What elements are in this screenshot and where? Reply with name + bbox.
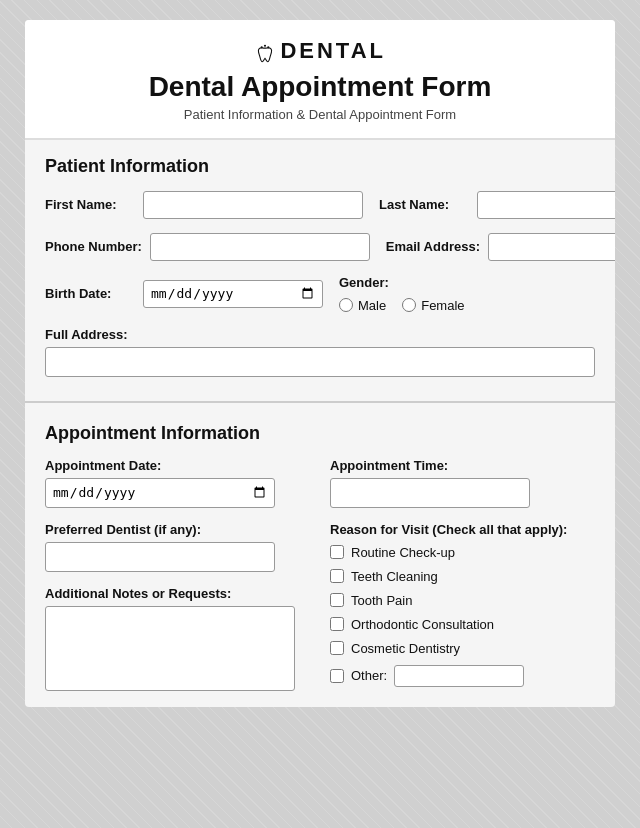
email-label: Email Address: [386, 239, 480, 254]
phone-email-row: Phone Number: Email Address: [45, 233, 595, 261]
routine-label: Routine Check-up [351, 545, 455, 560]
cosmetic-checkbox[interactable] [330, 641, 344, 655]
female-radio[interactable] [402, 298, 416, 312]
section-divider [25, 401, 615, 403]
tooth-icon [254, 43, 276, 65]
form-subtitle: Patient Information & Dental Appointment… [45, 107, 595, 122]
logo-area: DENTAL [45, 38, 595, 65]
additional-notes-row: Additional Notes or Requests: [45, 586, 310, 695]
patient-section: Patient Information First Name: Last Nam… [25, 140, 615, 397]
preferred-dentist-label: Preferred Dentist (if any): [45, 522, 310, 537]
other-checkbox[interactable] [330, 669, 344, 683]
apt-date-label: Appointment Date: [45, 458, 310, 473]
patient-section-title: Patient Information [45, 156, 595, 177]
female-label: Female [421, 298, 464, 313]
male-option[interactable]: Male [339, 298, 386, 313]
male-label: Male [358, 298, 386, 313]
birth-date-label: Birth Date: [45, 286, 135, 301]
address-row: Full Address: [45, 327, 595, 377]
apt-time-input[interactable] [330, 478, 530, 508]
other-text-input[interactable] [394, 665, 524, 687]
email-group: Email Address: [386, 233, 615, 261]
reason-checkboxes: Routine Check-up Teeth Cleaning Tooth Pa… [330, 545, 595, 687]
phone-input[interactable] [150, 233, 370, 261]
teeth-cleaning-checkbox[interactable] [330, 569, 344, 583]
appointment-section: Appointment Information Appointment Date… [25, 407, 615, 707]
svg-point-1 [264, 44, 266, 46]
additional-notes-label: Additional Notes or Requests: [45, 586, 310, 601]
last-name-group: Last Name: [379, 191, 615, 219]
reason-label: Reason for Visit (Check all that apply): [330, 522, 595, 537]
phone-label: Phone Number: [45, 239, 142, 254]
name-row: First Name: Last Name: [45, 191, 595, 219]
logo-text: DENTAL [280, 38, 386, 63]
reason-routine[interactable]: Routine Check-up [330, 545, 595, 560]
additional-notes-input[interactable] [45, 606, 295, 691]
address-label: Full Address: [45, 327, 595, 342]
address-input[interactable] [45, 347, 595, 377]
gender-label: Gender: [339, 275, 389, 290]
routine-checkbox[interactable] [330, 545, 344, 559]
reason-cosmetic[interactable]: Cosmetic Dentistry [330, 641, 595, 656]
birth-gender-row: Birth Date: Gender: Male Female [45, 275, 595, 313]
form-title: Dental Appointment Form [45, 71, 595, 103]
gender-group: Gender: Male Female [339, 275, 595, 313]
right-column: Appointment Time: Reason for Visit (Chec… [330, 458, 595, 695]
first-name-input[interactable] [143, 191, 363, 219]
orthodontic-checkbox[interactable] [330, 617, 344, 631]
apt-date-input[interactable] [45, 478, 275, 508]
reason-teeth-cleaning[interactable]: Teeth Cleaning [330, 569, 595, 584]
apt-time-label: Appointment Time: [330, 458, 595, 473]
appointment-section-title: Appointment Information [45, 423, 595, 444]
appointment-two-col: Appointment Date: Preferred Dentist (if … [45, 458, 595, 695]
first-name-group: First Name: [45, 191, 363, 219]
left-column: Appointment Date: Preferred Dentist (if … [45, 458, 310, 695]
preferred-dentist-row: Preferred Dentist (if any): [45, 522, 310, 572]
first-name-label: First Name: [45, 197, 135, 212]
form-container: DENTAL Dental Appointment Form Patient I… [25, 20, 615, 707]
tooth-pain-checkbox[interactable] [330, 593, 344, 607]
preferred-dentist-input[interactable] [45, 542, 275, 572]
birth-date-input[interactable] [143, 280, 323, 308]
gender-options: Male Female [339, 298, 465, 313]
teeth-cleaning-label: Teeth Cleaning [351, 569, 438, 584]
phone-group: Phone Number: [45, 233, 370, 261]
orthodontic-label: Orthodontic Consultation [351, 617, 494, 632]
last-name-label: Last Name: [379, 197, 469, 212]
other-label: Other: [351, 668, 387, 683]
apt-date-row: Appointment Date: [45, 458, 310, 508]
male-radio[interactable] [339, 298, 353, 312]
female-option[interactable]: Female [402, 298, 464, 313]
cosmetic-label: Cosmetic Dentistry [351, 641, 460, 656]
reason-for-visit: Reason for Visit (Check all that apply):… [330, 522, 595, 687]
reason-orthodontic[interactable]: Orthodontic Consultation [330, 617, 595, 632]
header: DENTAL Dental Appointment Form Patient I… [25, 20, 615, 140]
apt-time-row: Appointment Time: [330, 458, 595, 508]
tooth-pain-label: Tooth Pain [351, 593, 412, 608]
email-input[interactable] [488, 233, 615, 261]
reason-other[interactable]: Other: [330, 665, 595, 687]
last-name-input[interactable] [477, 191, 615, 219]
reason-tooth-pain[interactable]: Tooth Pain [330, 593, 595, 608]
birth-date-group: Birth Date: [45, 280, 323, 308]
